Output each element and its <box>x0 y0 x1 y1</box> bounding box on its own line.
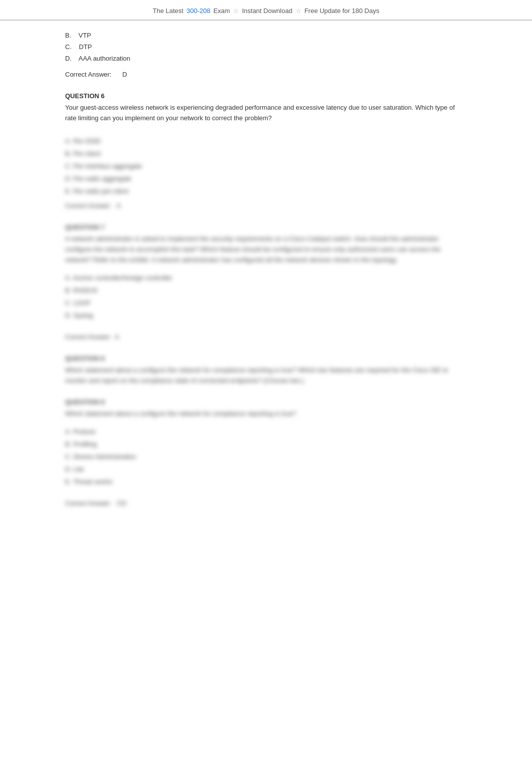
header-exam-link[interactable]: 300-208 <box>186 7 210 15</box>
question-9-text: Which statement about a configure the ne… <box>65 409 467 419</box>
question-6-block: QUESTION 6 Your guest-access wireless ne… <box>65 92 467 124</box>
correct-answer-q5: Correct Answer: D <box>65 71 467 78</box>
correct-answer-label: Correct Answer: <box>65 71 111 78</box>
q7-option-d: D. Syslog <box>65 310 467 321</box>
q7-option-c: C. LDAP <box>65 298 467 309</box>
header-free-update: Free Update for 180 Days <box>305 7 380 15</box>
q6-correct-answer: Correct Answer: A <box>65 202 467 209</box>
q9-option-c: C. Device Administration <box>65 451 467 462</box>
q7-option-b: B. RADIUS <box>65 285 467 296</box>
header-exam-label: Exam <box>213 7 230 15</box>
question-8-label: QUESTION 8 <box>65 355 467 362</box>
q6-option-a: A. Per-SSID <box>65 136 467 147</box>
option-b: B. VTP <box>65 31 467 41</box>
q9-option-e: E. Threat centric <box>65 476 467 487</box>
option-b-value: VTP <box>79 32 91 39</box>
question-7-label: QUESTION 7 <box>65 223 467 231</box>
header-star1: ☆ <box>233 7 239 15</box>
option-c-value: DTP <box>79 43 92 51</box>
q7-correct-answer: Correct Answer: A <box>65 333 467 341</box>
question-6-options: A. Per-SSID B. Per-client C. Per-interfa… <box>65 136 467 197</box>
option-d-value: AAA authorization <box>79 55 130 62</box>
q6-option-d: D. Per-radio aggregate <box>65 173 467 184</box>
option-d-label: D. <box>65 55 72 62</box>
question-8-block: QUESTION 8 Which statement about a confi… <box>65 355 467 386</box>
q6-option-b: B. Per-client <box>65 148 467 159</box>
header-instant-download: Instant Download <box>242 7 292 15</box>
q9-option-d: D. Lite <box>65 464 467 475</box>
header-latest: The Latest <box>153 7 183 15</box>
question-9-block: QUESTION 9 Which statement about a confi… <box>65 398 467 487</box>
main-content: B. VTP C. DTP D. AAA authorization Corre… <box>0 21 532 541</box>
question-8-text: Which statement about a configure the ne… <box>65 365 467 386</box>
question-9-label: QUESTION 9 <box>65 398 467 406</box>
question-6-label: QUESTION 6 <box>65 92 467 100</box>
question-6-text: Your guest-access wireless network is ex… <box>65 103 467 124</box>
question-7-text: A network administrator is asked to impl… <box>65 234 467 265</box>
q9-option-b: B. Profiling <box>65 439 467 450</box>
header-bar: The Latest 300-208 Exam ☆ Instant Downlo… <box>0 0 532 21</box>
q9-option-a: A. Posture <box>65 426 467 437</box>
q7-option-a: A. Anchor controller/foreign controller <box>65 273 467 284</box>
q6-option-e: E. Per-radio per-client <box>65 186 467 197</box>
header-star2: ☆ <box>296 7 302 15</box>
question-7-block: QUESTION 7 A network administrator is as… <box>65 223 467 321</box>
option-c-label: C. <box>65 43 72 51</box>
option-b-label: B. <box>65 32 71 39</box>
option-d: D. AAA authorization <box>65 54 467 64</box>
option-c: C. DTP <box>65 42 467 53</box>
q9-correct-answer: Correct Answer: CD <box>65 499 467 507</box>
correct-answer-value: D <box>122 71 127 78</box>
q6-option-c: C. Per-interface aggregate <box>65 161 467 172</box>
